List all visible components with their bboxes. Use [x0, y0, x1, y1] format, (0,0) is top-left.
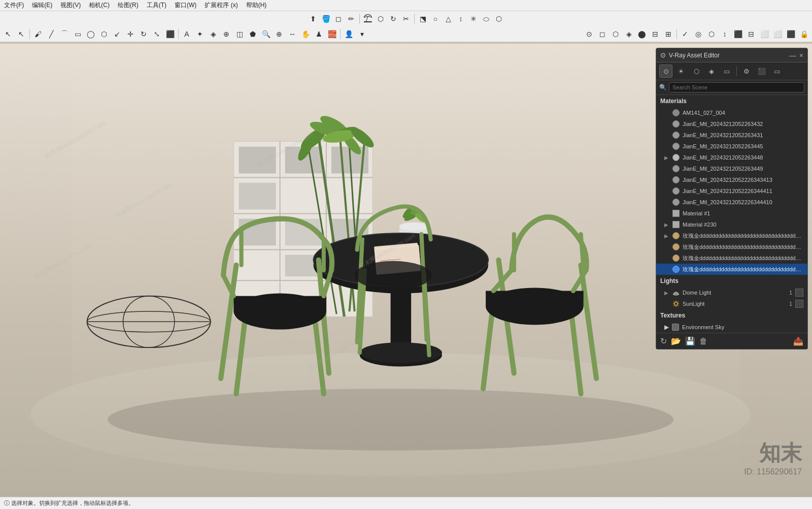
draw7-btn[interactable]: ⬡: [493, 13, 505, 25]
draw1-btn[interactable]: ⬔: [417, 13, 429, 25]
arc-btn[interactable]: ⌒: [58, 28, 71, 40]
material-item-6[interactable]: JianE_Mtl_20243212052226343413: [656, 174, 807, 185]
menu-edit[interactable]: 编辑(E): [32, 1, 52, 10]
env-sky-item[interactable]: ▶ Environment Sky: [656, 322, 807, 333]
proto-btn[interactable]: ⬟: [247, 28, 259, 40]
material-item-rose4[interactable]: 玫瑰金ddddddddddddddddddddddddddddddddddddd…: [656, 264, 807, 275]
user-btn[interactable]: 👤: [343, 28, 355, 40]
shape3-btn[interactable]: ↻: [387, 13, 399, 25]
material-item-8[interactable]: JianE_Mtl_20243212052226344410: [656, 197, 807, 208]
material-item-4[interactable]: ▶ JianE_Mtl_20243212052263448: [656, 152, 807, 163]
draw3-btn[interactable]: △: [442, 13, 454, 25]
draw5-btn[interactable]: ✳: [467, 13, 480, 25]
material-item-mat1[interactable]: Material #1: [656, 208, 807, 219]
vray-minimize-btn[interactable]: —: [789, 51, 796, 59]
vray5-btn[interactable]: ⬛: [732, 28, 744, 40]
vray-export-btn[interactable]: 📤: [793, 336, 803, 346]
select-tool-btn[interactable]: ⬆: [307, 13, 319, 25]
vray-delete-btn[interactable]: 🗑: [699, 337, 707, 346]
vray7-btn[interactable]: ⬜: [758, 28, 770, 40]
vray6-btn[interactable]: ⊟: [745, 28, 757, 40]
menu-extensions[interactable]: 扩展程序 (x): [205, 1, 238, 10]
material-item-rose3[interactable]: 玫瑰金ddddddddddddddddddddddddddddddddddddd…: [656, 252, 807, 264]
right2-btn[interactable]: ◻: [596, 28, 608, 40]
draw4-btn[interactable]: ↕: [455, 13, 467, 25]
tape-btn[interactable]: ◫: [233, 28, 246, 40]
material-item-mat230[interactable]: ▶ Material #230: [656, 219, 807, 230]
vray-lights-icon[interactable]: ☀: [674, 65, 688, 78]
vray-content[interactable]: Materials AM141_027_004 JianE_Mtl_202432…: [656, 95, 807, 333]
move-btn[interactable]: ✛: [124, 28, 137, 40]
cursor2-btn[interactable]: ↖: [15, 28, 27, 40]
walk-btn[interactable]: ♟: [313, 28, 325, 40]
menu-window[interactable]: 窗口(W): [175, 1, 196, 10]
dropdown-btn[interactable]: ▾: [356, 28, 368, 40]
right3-btn[interactable]: ⬡: [610, 28, 622, 40]
axes-btn[interactable]: ⊕: [220, 28, 232, 40]
menu-view[interactable]: 视图(V): [60, 1, 81, 10]
vray10-btn[interactable]: 🔒: [798, 28, 810, 40]
vray-open-btn[interactable]: 📂: [671, 336, 681, 346]
vray-geometry-icon[interactable]: ⬡: [690, 65, 703, 78]
right4-btn[interactable]: ◈: [623, 28, 635, 40]
text-btn[interactable]: A: [181, 28, 193, 40]
vray-render-icon[interactable]: ▭: [720, 65, 733, 78]
right7-btn[interactable]: ⊞: [662, 28, 674, 40]
right1-btn[interactable]: ⊙: [583, 28, 595, 40]
draw2-btn[interactable]: ○: [429, 13, 442, 25]
right6-btn[interactable]: ⊟: [649, 28, 661, 40]
dome-light-item[interactable]: ▶ Dome Light 1: [656, 287, 807, 298]
shape4-btn[interactable]: ✂: [400, 13, 412, 25]
offset-btn[interactable]: ⬛: [164, 28, 176, 40]
line-btn[interactable]: ╱: [45, 28, 57, 40]
material-item-7[interactable]: JianE_Mtl_20243212052226344411: [656, 185, 807, 197]
vray-textures-icon[interactable]: ◈: [705, 65, 718, 78]
vray-save-btn[interactable]: 💾: [685, 336, 695, 346]
draw6-btn[interactable]: ⬭: [480, 13, 492, 25]
vray2-btn[interactable]: ◎: [692, 28, 704, 40]
sunlight-item[interactable]: SunLight 1: [656, 298, 807, 309]
pencil-btn[interactable]: ✏: [345, 13, 357, 25]
dim-btn[interactable]: ✦: [194, 28, 206, 40]
vray-materials-icon[interactable]: ⊙: [659, 65, 672, 78]
zoom-btn[interactable]: ⊕: [273, 28, 285, 40]
material-item-rose2[interactable]: 玫瑰金ddddddddddddddddddddddddddddddddddddd…: [656, 241, 807, 252]
vray-search-input[interactable]: [669, 82, 804, 92]
material-item-am141[interactable]: AM141_027_004: [656, 107, 807, 118]
vray8-btn[interactable]: ⬜: [771, 28, 784, 40]
material-item-2[interactable]: JianE_Mtl_20243212052263431: [656, 130, 807, 141]
orbit-btn[interactable]: ↔: [286, 28, 298, 40]
vray-refresh-btn[interactable]: ↻: [660, 336, 667, 346]
menu-camera[interactable]: 相机(C): [89, 1, 110, 10]
right5-btn[interactable]: ⬤: [636, 28, 648, 40]
menu-file[interactable]: 文件(F): [4, 1, 24, 10]
paint-bucket-btn[interactable]: 🪣: [320, 13, 332, 25]
pan-btn[interactable]: ✋: [299, 28, 312, 40]
search-btn[interactable]: 🔍: [260, 28, 272, 40]
vray-extra-icon[interactable]: ▭: [770, 65, 784, 78]
scale-btn[interactable]: ⤡: [151, 28, 163, 40]
cursor-btn[interactable]: ↖: [2, 28, 14, 40]
eraser-btn[interactable]: ◻: [332, 13, 345, 25]
vray-viewport-icon[interactable]: ⬛: [755, 65, 768, 78]
vray3-btn[interactable]: ⬡: [705, 28, 718, 40]
component-btn[interactable]: 🧱: [326, 28, 338, 40]
vray4-btn[interactable]: ↕: [719, 28, 731, 40]
menu-tools[interactable]: 工具(T): [147, 1, 166, 10]
menu-help[interactable]: 帮助(H): [246, 1, 267, 10]
polygon-btn[interactable]: ⬡: [98, 28, 110, 40]
vray-settings-icon[interactable]: ⚙: [740, 65, 753, 78]
material-item-1[interactable]: JianE_Mtl_20243212052263432: [656, 118, 807, 130]
material-item-3[interactable]: JianE_Mtl_20243212052263445: [656, 141, 807, 152]
paint-btn[interactable]: 🖌: [32, 28, 44, 40]
circle-btn[interactable]: ◯: [85, 28, 97, 40]
shape1-btn[interactable]: ⛱: [362, 13, 374, 25]
shape2-btn[interactable]: ⬡: [375, 13, 387, 25]
section-btn[interactable]: ◈: [207, 28, 219, 40]
material-item-5[interactable]: JianE_Mtl_20243212052263449: [656, 163, 807, 174]
vray1-btn[interactable]: ✓: [679, 28, 691, 40]
push-btn[interactable]: ↙: [111, 28, 123, 40]
menu-draw[interactable]: 绘图(R): [118, 1, 139, 10]
vray9-btn[interactable]: ⬛: [785, 28, 797, 40]
vray-close-btn[interactable]: ×: [799, 51, 803, 59]
